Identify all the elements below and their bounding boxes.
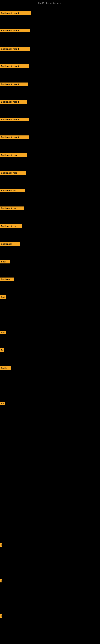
- bottleneck-badge-8[interactable]: Bottleneck result: [0, 136, 29, 139]
- bottleneck-badge-6[interactable]: Bottleneck result: [0, 100, 27, 104]
- bottleneck-badge-1[interactable]: Bottleneck result: [0, 11, 31, 15]
- bottleneck-badge-10[interactable]: Bottleneck resul: [0, 171, 26, 175]
- site-title: TheBottlenecker.com: [38, 2, 62, 5]
- bottleneck-badge-14[interactable]: Bottleneck: [0, 242, 20, 246]
- bottleneck-badge-16[interactable]: Bottlene: [0, 278, 14, 281]
- bottleneck-badge-2[interactable]: Bottleneck result: [0, 29, 30, 32]
- bottleneck-badge-4[interactable]: Bottleneck result: [0, 64, 29, 68]
- bottleneck-badge-24[interactable]: |: [0, 614, 2, 618]
- bottleneck-badge-22[interactable]: |: [0, 544, 2, 547]
- bottleneck-badge-3[interactable]: Bottleneck result: [0, 47, 30, 51]
- bottleneck-badge-13[interactable]: Bottleneck res: [0, 224, 22, 228]
- bottleneck-badge-21[interactable]: Bo: [0, 402, 5, 405]
- bottleneck-badge-23[interactable]: |: [0, 579, 2, 582]
- bottleneck-badge-7[interactable]: Bottleneck result: [0, 118, 29, 121]
- bottleneck-badge-19[interactable]: B: [0, 348, 3, 352]
- bottleneck-badge-12[interactable]: Bottleneck res: [0, 206, 24, 210]
- bottleneck-badge-5[interactable]: Bottleneck result: [0, 82, 28, 86]
- bottleneck-badge-17[interactable]: Bot: [0, 295, 6, 299]
- bottleneck-badge-15[interactable]: Bottl: [0, 260, 10, 264]
- bottleneck-badge-18[interactable]: Bot: [0, 331, 6, 334]
- bottleneck-badge-20[interactable]: Bottle: [0, 366, 11, 370]
- bottleneck-badge-9[interactable]: Bottleneck resul: [0, 153, 27, 157]
- bottleneck-badge-11[interactable]: Bottleneck res: [0, 189, 25, 192]
